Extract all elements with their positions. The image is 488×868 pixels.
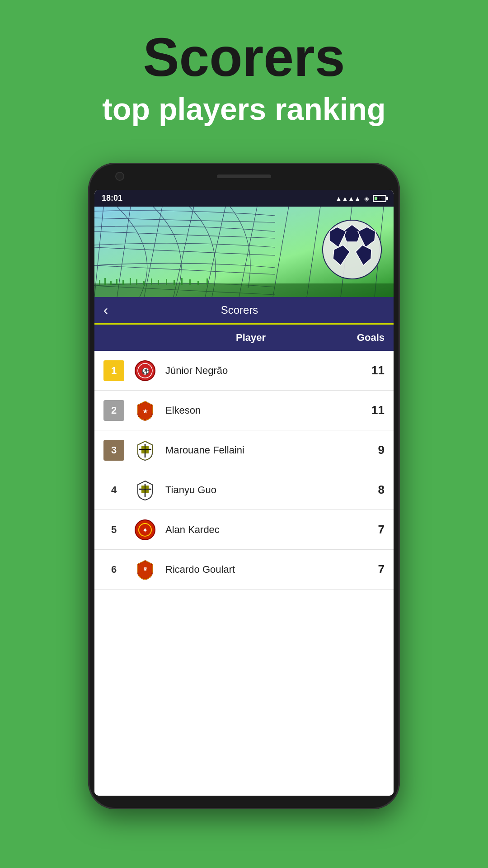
team-logo [132, 477, 157, 502]
svg-rect-24 [99, 280, 100, 285]
signal-icon: ▲▲▲▲ [336, 195, 361, 202]
svg-rect-54 [141, 490, 145, 493]
team-logo [132, 438, 157, 462]
table-header: Player Goals [94, 323, 394, 351]
goals-count: 7 [362, 523, 385, 537]
svg-text:★: ★ [142, 408, 147, 415]
svg-rect-30 [136, 279, 137, 285]
table-row[interactable]: 6 ♛ Ricardo Goulart 7 [94, 550, 394, 590]
main-title: Scorers [0, 27, 488, 87]
svg-rect-27 [116, 279, 117, 285]
wifi-icon: ◈ [364, 195, 369, 202]
svg-text:♛: ♛ [143, 566, 147, 571]
goals-col-header: Goals [348, 332, 385, 344]
player-name: Elkeson [165, 405, 362, 416]
svg-rect-28 [122, 280, 124, 285]
team-logo: ✦ [132, 517, 157, 542]
player-col-header: Player [153, 332, 348, 344]
hero-image [94, 207, 394, 297]
player-name: Marouane Fellaini [165, 444, 362, 456]
table-row[interactable]: 5 ✦ Alan Kardec 7 [94, 510, 394, 550]
svg-rect-32 [151, 278, 152, 285]
svg-rect-26 [110, 281, 112, 285]
svg-rect-37 [189, 279, 191, 285]
goals-count: 9 [362, 443, 385, 457]
svg-rect-39 [206, 278, 208, 285]
rank-badge: 3 [103, 440, 124, 461]
svg-rect-52 [141, 486, 145, 489]
svg-rect-38 [197, 281, 199, 285]
player-name: Ricardo Goulart [165, 564, 362, 576]
back-button[interactable]: ‹ [103, 303, 108, 317]
toolbar: ‹ Scorers [94, 297, 394, 323]
goals-count: 11 [362, 403, 385, 417]
svg-rect-47 [145, 446, 149, 449]
svg-rect-49 [145, 450, 149, 453]
sub-title: top players ranking [0, 91, 488, 127]
player-name: Alan Kardec [165, 524, 362, 536]
toolbar-title: Scorers [117, 304, 362, 316]
svg-rect-29 [130, 278, 131, 285]
svg-rect-33 [158, 280, 159, 285]
goals-count: 11 [362, 363, 385, 377]
svg-rect-34 [166, 279, 167, 285]
status-time: 18:01 [102, 193, 122, 203]
table-row[interactable]: 2 ★ Elkeson 11 [94, 391, 394, 430]
phone-screen: 18:01 ▲▲▲▲ ◈ 21 [94, 190, 394, 796]
table-row[interactable]: 4 Tianyu Guo 8 [94, 470, 394, 510]
title-area: Scorers top players ranking [0, 0, 488, 127]
svg-text:⚽: ⚽ [141, 368, 149, 375]
phone-camera [115, 172, 124, 181]
goals-count: 7 [362, 562, 385, 576]
svg-rect-55 [145, 490, 149, 493]
battery-text: 21 [377, 196, 382, 201]
status-bar: 18:01 ▲▲▲▲ ◈ 21 [94, 190, 394, 207]
table-row[interactable]: 1 ⚽ Júnior Negrão 11 [94, 351, 394, 391]
phone-frame: 18:01 ▲▲▲▲ ◈ 21 [88, 163, 400, 809]
table-row[interactable]: 3 Marouane Fellaini 9 [94, 430, 394, 470]
svg-rect-35 [174, 280, 175, 285]
player-name: Júnior Negrão [165, 365, 362, 377]
svg-rect-23 [94, 283, 394, 297]
svg-rect-36 [181, 278, 183, 285]
svg-rect-48 [141, 450, 145, 453]
battery-fill [375, 197, 377, 200]
svg-rect-46 [141, 446, 145, 449]
rank-badge: 2 [103, 400, 124, 421]
rank-badge: 6 [103, 559, 124, 580]
scorers-list[interactable]: 1 ⚽ Júnior Negrão 11 2 ★ Elkeson 11 3 Ma [94, 351, 394, 796]
svg-rect-53 [145, 486, 149, 489]
rank-badge: 5 [103, 519, 124, 540]
soccer-net-svg [94, 207, 394, 297]
player-name: Tianyu Guo [165, 484, 362, 496]
rank-badge: 4 [103, 480, 124, 500]
phone-speaker [217, 175, 271, 178]
svg-rect-31 [143, 281, 145, 285]
team-logo: ⚽ [132, 358, 157, 383]
team-logo: ♛ [132, 557, 157, 582]
status-icons: ▲▲▲▲ ◈ 21 [336, 195, 386, 202]
team-logo: ★ [132, 398, 157, 423]
svg-rect-25 [104, 278, 106, 285]
svg-text:✦: ✦ [142, 527, 148, 534]
goals-count: 8 [362, 483, 385, 497]
rank-badge: 1 [103, 360, 124, 381]
battery-icon: 21 [373, 195, 386, 202]
